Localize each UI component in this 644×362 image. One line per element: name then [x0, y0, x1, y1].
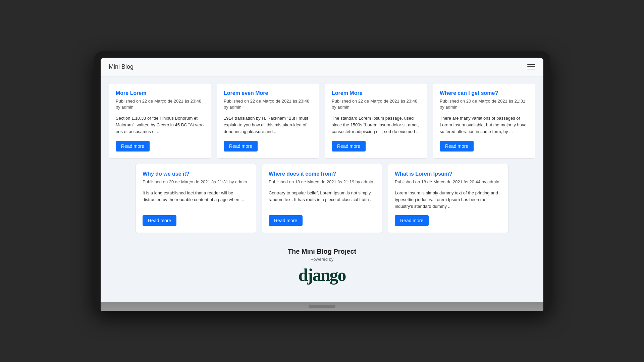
card-title[interactable]: More Lorem: [116, 90, 204, 96]
card-title[interactable]: Why do we use it?: [143, 171, 249, 177]
card-title[interactable]: Lorem More: [332, 90, 420, 96]
navbar-brand: Mini Blog: [109, 63, 133, 70]
django-logo-text: django: [298, 265, 345, 285]
card-meta: Published on 20 de Março de 2021 às 21:3…: [143, 179, 249, 185]
hamburger-button[interactable]: [527, 64, 535, 69]
blog-card-card-what-is: What is Lorem Ipsum?Published on 18 de M…: [388, 164, 508, 233]
card-title[interactable]: Where can I get some?: [440, 90, 528, 96]
card-title[interactable]: What is Lorem Ipsum?: [395, 171, 501, 177]
laptop-frame: Mini Blog More LoremPublished on 22 de M…: [94, 51, 550, 311]
footer-powered-by: Powered by: [109, 257, 535, 262]
card-excerpt: Lorem Ipsum is simply dummy text of the …: [395, 190, 501, 210]
hamburger-line-3: [527, 69, 535, 69]
card-meta: Published on 22 de Março de 2021 às 23:4…: [332, 98, 420, 110]
blog-card-card-why-use: Why do we use it?Published on 20 de Març…: [136, 164, 256, 233]
row-3-cards: Why do we use it?Published on 20 de Març…: [136, 164, 508, 233]
card-meta: Published on 18 de Março de 2021 às 21:1…: [269, 179, 375, 185]
card-meta: Published on 22 de Março de 2021 às 23:4…: [224, 98, 312, 110]
laptop-screen: Mini Blog More LoremPublished on 22 de M…: [101, 58, 543, 302]
card-title[interactable]: Where does it come from?: [269, 171, 375, 177]
laptop-notch: [309, 305, 335, 308]
card-excerpt: Contrary to popular belief, Lorem Ipsum …: [269, 190, 375, 210]
read-more-button[interactable]: Read more: [143, 215, 176, 226]
hamburger-line-2: [527, 66, 535, 67]
main-content: More LoremPublished on 22 de Março de 20…: [101, 76, 543, 302]
card-excerpt: Section 1.10.33 of "de Finibus Bonorum e…: [116, 115, 204, 135]
read-more-button[interactable]: Read more: [224, 141, 258, 152]
blog-card-card-where-from: Where does it come from?Published on 18 …: [262, 164, 382, 233]
hamburger-line-1: [527, 64, 535, 65]
footer: The Mini Blog Project Powered by django: [109, 241, 535, 295]
footer-title: The Mini Blog Project: [109, 248, 535, 255]
blog-card-card-lorem-more: Lorem MorePublished on 22 de Março de 20…: [325, 83, 427, 159]
laptop-base: [101, 302, 543, 311]
card-meta: Published on 20 de Março de 2021 às 21:3…: [440, 98, 528, 110]
app-container: Mini Blog More LoremPublished on 22 de M…: [101, 58, 543, 302]
navbar: Mini Blog: [101, 58, 543, 76]
card-excerpt: It is a long established fact that a rea…: [143, 190, 249, 210]
read-more-button[interactable]: Read more: [332, 141, 366, 152]
blog-card-card-where-get: Where can I get some?Published on 20 de …: [433, 83, 535, 159]
card-meta: Published on 18 de Março de 2021 às 20:4…: [395, 179, 501, 185]
blog-card-card-lorem-even-more: Lorem even MorePublished on 22 de Março …: [217, 83, 319, 159]
read-more-button[interactable]: Read more: [395, 215, 429, 226]
read-more-button[interactable]: Read more: [116, 141, 150, 152]
card-excerpt: 1914 translation by H. Rackham "But I mu…: [224, 115, 312, 135]
read-more-button[interactable]: Read more: [440, 141, 474, 152]
read-more-button[interactable]: Read more: [269, 215, 303, 226]
card-title[interactable]: Lorem even More: [224, 90, 312, 96]
card-meta: Published on 22 de Março de 2021 às 23:4…: [116, 98, 204, 110]
blog-card-card-more-lorem: More LoremPublished on 22 de Março de 20…: [109, 83, 211, 159]
card-excerpt: There are many variations of passages of…: [440, 115, 528, 135]
card-excerpt: The standard Lorem Ipsum passage, used s…: [332, 115, 420, 135]
row-4-cards: More LoremPublished on 22 de Março de 20…: [109, 83, 535, 159]
django-logo: django: [109, 265, 535, 285]
